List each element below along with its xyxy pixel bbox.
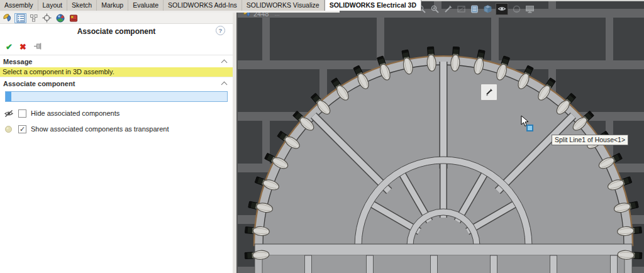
hide-components-icon [3,109,14,118]
target-icon[interactable] [41,13,53,23]
option-row: Hide associated components [3,109,233,118]
section-view-icon[interactable] [456,4,466,14]
message-text: Select a component in 3D assembly. [0,67,233,77]
ribbon-tab-assembly[interactable]: Assembly [0,0,38,11]
associate-header-label: Associate component [3,80,75,87]
edit-appearance-icon[interactable] [511,4,521,14]
task-pane-tabs [0,13,238,24]
component-selection-input[interactable] [12,92,228,101]
ribbon-tab-solidworks-add-ins[interactable]: SOLIDWORKS Add-Ins [164,0,242,11]
heads-up-view-toolbar[interactable] [416,3,535,14]
selection-context-button[interactable] [480,84,497,101]
collapse-chevron-icon [221,59,228,65]
ribbon-tab-evaluate[interactable]: Evaluate [128,0,164,11]
ok-button[interactable]: ✔ [6,43,13,51]
component-selection-box[interactable] [5,91,228,102]
ribbon-tab-active-solidworks-electrical-3d[interactable]: SOLIDWORKS Electrical 3D [325,0,421,11]
paintbrush-arrow-icon [484,87,494,97]
panel-title: Associate component ? [0,24,233,38]
display-style-icon[interactable] [525,4,535,14]
zoom-area-icon[interactable] [430,4,440,14]
entity-tooltip: Split Line1 of House<1> [552,135,628,145]
panel-splitter[interactable] [233,11,238,273]
keep-visible-pin-button[interactable] [33,42,42,52]
message-section-header[interactable]: Message [0,55,233,67]
panel-actions: ✔ ✖ [0,38,233,55]
panel-title-text: Associate component [77,27,156,36]
option-row: ✓Show associated components as transpare… [3,125,233,133]
ribbon-tab-layout[interactable]: Layout [38,0,68,11]
solidworks-window: 2448 ... Split Line1 of House<1> Assembl… [0,0,644,273]
property-manager-icon[interactable] [14,13,26,23]
previous-view-icon[interactable] [443,4,453,14]
ribbon-tab-sketch[interactable]: Sketch [67,0,97,11]
pin-icon [33,42,42,50]
panel-options: Hide associated components✓Show associat… [0,109,233,133]
face-selection-indicator [526,125,533,131]
checkbox[interactable]: ✓ [18,125,26,133]
configurations-icon[interactable] [28,13,40,23]
message-header-label: Message [3,58,32,65]
ribbon-tab-solidworks-visualize[interactable]: SOLIDWORKS Visualize [242,0,325,11]
hide-show-items-icon[interactable] [496,3,508,15]
collapse-chevron-icon [221,81,228,87]
electrical-manager-icon[interactable] [1,13,13,23]
associate-section-header[interactable]: Associate component [0,77,233,89]
electrical-cabinet-icon[interactable] [67,13,79,23]
ribbon-bottom-strip [0,11,340,13]
help-icon[interactable]: ? [216,26,225,35]
checkbox[interactable] [18,109,26,118]
appearances-globe-icon[interactable] [54,13,66,23]
ribbon-tabbar: AssemblyLayoutSketchMarkupEvaluateSOLIDW… [0,0,421,11]
associate-component-panel: Associate component ? ✔ ✖ Message Select… [0,24,233,273]
option-label: Hide associated components [31,109,119,117]
view-orientation-icon[interactable] [482,4,492,14]
selection-highlight-block [6,92,11,101]
annotation-views-icon[interactable] [469,4,479,14]
transparent-components-icon [3,125,14,133]
cancel-button[interactable]: ✖ [19,43,26,51]
ribbon-tab-markup[interactable]: Markup [97,0,128,11]
3d-viewport[interactable]: 2448 ... Split Line1 of House<1> [238,0,644,273]
option-label: Show associated components as transparen… [31,125,169,133]
